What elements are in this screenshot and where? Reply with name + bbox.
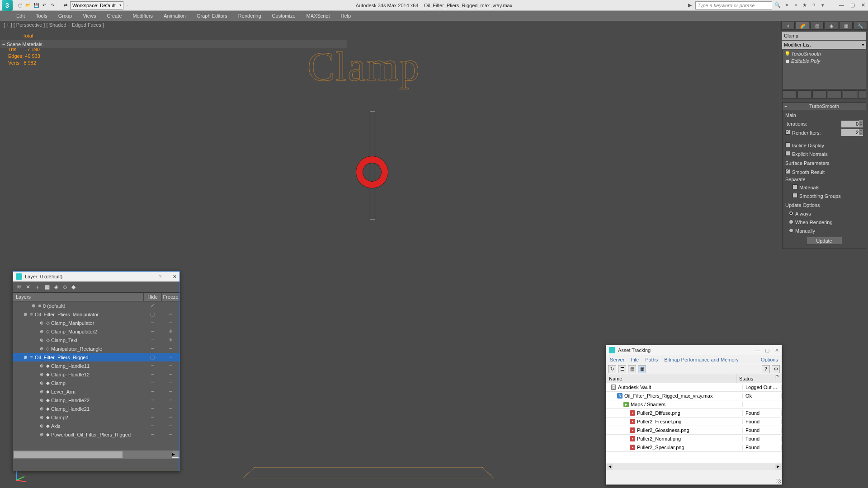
render-iters-checkbox[interactable]: [785, 130, 790, 135]
menu-help[interactable]: Help: [335, 11, 357, 21]
asset-refresh-icon[interactable]: ↻: [608, 365, 616, 373]
undo-icon[interactable]: ↶: [41, 2, 48, 9]
layer-row[interactable]: ⊕◆Powerbuilt_Oil_Filter_Pliers_Rigged┄┄: [13, 430, 179, 439]
redo-icon[interactable]: ↷: [49, 2, 56, 9]
layer-row[interactable]: ⊕◇Clamp_Manipulator┄┄: [13, 319, 179, 327]
minimize-button[interactable]: —: [839, 2, 844, 8]
open-icon[interactable]: 📂: [24, 2, 32, 9]
scroll-thumb[interactable]: [14, 451, 123, 458]
workspace-opts-icon[interactable]: ·: [124, 2, 132, 9]
asset-menu-paths[interactable]: Paths: [645, 357, 658, 362]
menu-maxscript[interactable]: MAXScript: [301, 11, 335, 21]
resize-grip[interactable]: [776, 479, 781, 483]
layer-prop-icon[interactable]: ◆: [71, 284, 75, 290]
layer-row[interactable]: ⊕≡Oil_Filter_Pliers_Manipulator▢┄: [13, 310, 179, 319]
layer-row[interactable]: ⊕≡Oil_Filter_Pliers_Rigged▢┄: [13, 353, 179, 361]
sep-materials-checkbox[interactable]: [793, 184, 797, 189]
asset-table-icon[interactable]: ▤: [628, 365, 636, 373]
help-search-input[interactable]: Type a keyword or phrase: [695, 1, 772, 9]
object-name-field[interactable]: Clamp: [782, 32, 866, 40]
layer-highlight-icon[interactable]: ◈: [54, 284, 58, 290]
asset-row[interactable]: ▪Puller2_Diffuse.pngFound: [606, 409, 782, 418]
asset-help-icon[interactable]: ?: [762, 365, 770, 373]
menu-grapheditors[interactable]: Graph Editors: [191, 11, 233, 21]
layer-sel-icon[interactable]: ▦: [45, 284, 50, 290]
search-icon[interactable]: 🔍: [774, 2, 781, 9]
rollout-header[interactable]: TurboSmooth: [783, 103, 866, 110]
menu-modifiers[interactable]: Modifiers: [127, 11, 158, 21]
help-dd-icon[interactable]: ▾: [819, 2, 826, 9]
viewport-label[interactable]: [ + ] [ Perspective ] [ Shaded + Edged F…: [4, 22, 104, 28]
asset-menu-server[interactable]: Server: [610, 357, 624, 362]
maximize-icon[interactable]: ▢: [765, 347, 769, 353]
menu-rendering[interactable]: Rendering: [233, 11, 267, 21]
comm-center-icon[interactable]: ✦: [783, 2, 790, 9]
layer-hscroll[interactable]: ◀ ▶: [13, 450, 179, 459]
layer-row[interactable]: ⊕◆Clamp_Handle21┄┄: [13, 404, 179, 413]
minimize-icon[interactable]: —: [755, 347, 760, 353]
isoline-checkbox[interactable]: [785, 142, 790, 147]
scroll-right-icon[interactable]: ▶: [775, 464, 781, 470]
layer-new-icon[interactable]: ≋: [17, 284, 21, 290]
asset-row[interactable]: ▪Puller2_Fresnel.pngFound: [606, 418, 782, 426]
save-icon[interactable]: 💾: [33, 2, 40, 9]
menu-tools[interactable]: Tools: [30, 11, 53, 21]
new-icon[interactable]: ▢: [16, 2, 24, 9]
tab-create[interactable]: ✳: [781, 22, 795, 30]
help-icon[interactable]: ?: [159, 274, 161, 279]
asset-titlebar[interactable]: Asset Tracking —▢✕: [606, 345, 782, 355]
layer-hide-icon[interactable]: ◇: [63, 284, 67, 290]
smooth-result-checkbox[interactable]: [785, 169, 790, 174]
modifier-stack-tools[interactable]: [782, 90, 866, 99]
scroll-left-icon[interactable]: ◀: [607, 464, 613, 470]
asset-row[interactable]: 3Oil_Filter_Pliers_Rigged_max_vray.maxOk: [606, 392, 782, 400]
layer-add-icon[interactable]: ＋: [35, 283, 40, 291]
asset-row[interactable]: ▪Puller2_Specular.pngFound: [606, 443, 782, 452]
menu-group[interactable]: Group: [53, 11, 78, 21]
help-icon[interactable]: ?: [810, 2, 817, 9]
asset-row[interactable]: 🗄Autodesk VaultLogged Out ...: [606, 383, 782, 392]
layer-list[interactable]: ⊕≡0 (default)✓⊕≡Oil_Filter_Pliers_Manipu…: [13, 301, 179, 450]
asset-menu-file[interactable]: File: [631, 357, 639, 362]
layer-row[interactable]: ⊕◆Lever_Arm┄┄: [13, 387, 179, 396]
iterations-spinner[interactable]: 0: [841, 121, 863, 127]
layer-row[interactable]: ⊕◆Clamp_Handle12┄┄: [13, 370, 179, 379]
update-manual-radio[interactable]: [789, 228, 793, 233]
workspace-dropdown[interactable]: Workspace: Default: [70, 1, 123, 9]
update-button[interactable]: Update: [806, 237, 842, 245]
layer-row[interactable]: ⊕◆Clamp2┄┄: [13, 413, 179, 422]
asset-menu-bitmap[interactable]: Bitmap Performance and Memory: [664, 357, 738, 362]
tab-motion[interactable]: ◉: [825, 22, 838, 30]
favorite-icon[interactable]: ★: [801, 2, 808, 9]
asset-row[interactable]: ▪Puller2_Normal.pngFound: [606, 435, 782, 443]
layer-row[interactable]: ⊕◆Clamp_Handle22┄┄: [13, 396, 179, 404]
asset-hscroll[interactable]: ◀ ▶: [606, 463, 782, 470]
explicit-checkbox[interactable]: [785, 151, 790, 156]
close-icon[interactable]: ✕: [173, 274, 177, 280]
asset-menu-options[interactable]: Options: [761, 357, 778, 362]
close-icon[interactable]: ✕: [775, 347, 779, 353]
asset-list[interactable]: 🗄Autodesk VaultLogged Out ...3Oil_Filter…: [606, 383, 782, 452]
menu-customize[interactable]: Customize: [267, 11, 301, 21]
menu-edit[interactable]: Edit: [11, 11, 30, 21]
menu-animation[interactable]: Animation: [158, 11, 191, 21]
menu-create[interactable]: Create: [101, 11, 127, 21]
tab-display[interactable]: ▦: [839, 22, 853, 30]
layer-row[interactable]: ⊕◇Clamp_Text┄✳: [13, 336, 179, 344]
link-icon[interactable]: ⇄: [62, 2, 69, 9]
layer-row[interactable]: ⊕◇Manipulator_Rectangle┄┄: [13, 344, 179, 353]
scroll-right-icon[interactable]: ▶: [172, 451, 179, 458]
layer-row[interactable]: ⊕◆Axis┄┄: [13, 422, 179, 430]
tab-utilities[interactable]: 🔧: [854, 22, 867, 30]
maximize-button[interactable]: ▢: [850, 2, 855, 8]
close-button[interactable]: ✕: [861, 2, 865, 8]
material-category[interactable]: Scene Materials: [0, 40, 347, 48]
menu-views[interactable]: Views: [77, 11, 101, 21]
sep-sg-checkbox[interactable]: [793, 193, 797, 198]
tab-modify[interactable]: 🌈: [796, 22, 809, 30]
app-icon[interactable]: 3: [2, 0, 13, 11]
layer-delete-icon[interactable]: ✕: [26, 284, 30, 290]
asset-row[interactable]: ▸Maps / Shaders: [606, 400, 782, 409]
layer-panel-titlebar[interactable]: Layer: 0 (default) ? ✕: [13, 272, 179, 282]
layer-row[interactable]: ⊕≡0 (default)✓: [13, 301, 179, 310]
